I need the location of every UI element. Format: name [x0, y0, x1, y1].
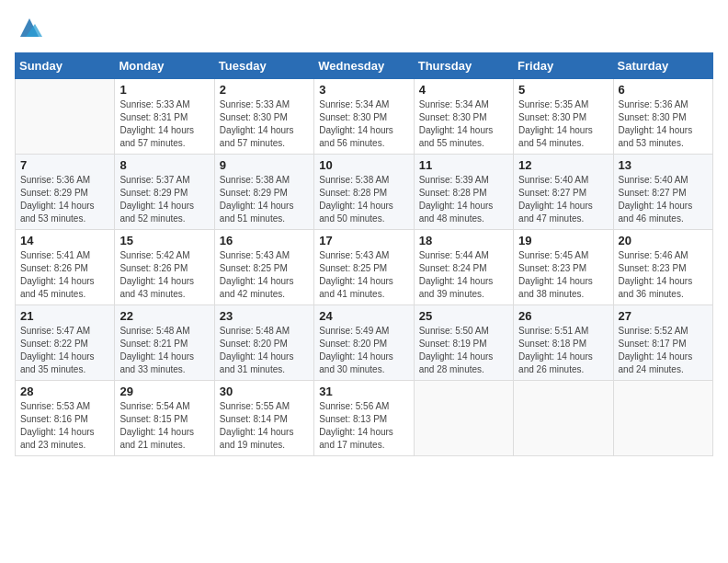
calendar-cell: 11Sunrise: 5:39 AM Sunset: 8:28 PM Dayli…	[414, 155, 513, 230]
day-number: 1	[119, 83, 209, 97]
calendar-cell: 17Sunrise: 5:43 AM Sunset: 8:25 PM Dayli…	[314, 230, 414, 305]
calendar-cell: 3Sunrise: 5:34 AM Sunset: 8:30 PM Daylig…	[314, 79, 414, 155]
logo	[15, 15, 42, 45]
day-number: 5	[518, 83, 608, 97]
day-info: Sunrise: 5:56 AM Sunset: 8:13 PM Dayligh…	[319, 400, 408, 452]
day-number: 27	[619, 309, 708, 323]
day-number: 13	[619, 158, 708, 172]
calendar-cell: 27Sunrise: 5:52 AM Sunset: 8:17 PM Dayli…	[613, 305, 712, 381]
day-number: 18	[419, 234, 508, 247]
calendar-cell: 4Sunrise: 5:34 AM Sunset: 8:30 PM Daylig…	[414, 79, 513, 155]
day-info: Sunrise: 5:54 AM Sunset: 8:15 PM Dayligh…	[119, 400, 209, 452]
calendar-cell: 24Sunrise: 5:49 AM Sunset: 8:20 PM Dayli…	[314, 305, 414, 381]
day-number: 6	[619, 83, 708, 97]
day-info: Sunrise: 5:38 AM Sunset: 8:28 PM Dayligh…	[319, 174, 408, 225]
day-info: Sunrise: 5:46 AM Sunset: 8:23 PM Dayligh…	[619, 249, 708, 301]
day-info: Sunrise: 5:36 AM Sunset: 8:30 PM Dayligh…	[619, 98, 708, 150]
day-number: 26	[518, 309, 608, 323]
day-number: 19	[518, 234, 608, 247]
day-info: Sunrise: 5:44 AM Sunset: 8:24 PM Dayligh…	[419, 249, 508, 301]
calendar: SundayMondayTuesdayWednesdayThursdayFrid…	[15, 52, 713, 456]
calendar-cell: 10Sunrise: 5:38 AM Sunset: 8:28 PM Dayli…	[314, 155, 414, 230]
day-number: 22	[119, 309, 209, 323]
calendar-cell	[16, 79, 115, 155]
calendar-cell: 19Sunrise: 5:45 AM Sunset: 8:23 PM Dayli…	[514, 230, 613, 305]
calendar-cell: 8Sunrise: 5:37 AM Sunset: 8:29 PM Daylig…	[115, 155, 214, 230]
calendar-cell: 1Sunrise: 5:33 AM Sunset: 8:31 PM Daylig…	[115, 79, 214, 155]
column-header-saturday: Saturday	[613, 53, 712, 79]
day-number: 30	[220, 385, 309, 398]
day-info: Sunrise: 5:34 AM Sunset: 8:30 PM Dayligh…	[419, 98, 508, 150]
calendar-cell: 25Sunrise: 5:50 AM Sunset: 8:19 PM Dayli…	[414, 305, 513, 381]
logo-icon	[17, 15, 42, 40]
day-info: Sunrise: 5:47 AM Sunset: 8:22 PM Dayligh…	[20, 325, 109, 376]
day-number: 3	[319, 83, 408, 97]
calendar-cell: 12Sunrise: 5:40 AM Sunset: 8:27 PM Dayli…	[514, 155, 613, 230]
day-number: 24	[319, 309, 408, 323]
day-number: 7	[20, 158, 109, 172]
day-info: Sunrise: 5:43 AM Sunset: 8:25 PM Dayligh…	[319, 249, 408, 301]
calendar-cell	[514, 381, 613, 456]
day-number: 11	[419, 158, 508, 172]
calendar-cell: 20Sunrise: 5:46 AM Sunset: 8:23 PM Dayli…	[613, 230, 712, 305]
day-number: 16	[220, 234, 309, 247]
day-number: 10	[319, 158, 408, 172]
day-info: Sunrise: 5:45 AM Sunset: 8:23 PM Dayligh…	[518, 249, 608, 301]
day-number: 23	[220, 309, 309, 323]
day-info: Sunrise: 5:39 AM Sunset: 8:28 PM Dayligh…	[419, 174, 508, 225]
day-info: Sunrise: 5:48 AM Sunset: 8:20 PM Dayligh…	[220, 325, 309, 376]
calendar-cell: 7Sunrise: 5:36 AM Sunset: 8:29 PM Daylig…	[16, 155, 115, 230]
day-info: Sunrise: 5:36 AM Sunset: 8:29 PM Dayligh…	[20, 174, 109, 225]
day-info: Sunrise: 5:43 AM Sunset: 8:25 PM Dayligh…	[220, 249, 309, 301]
day-info: Sunrise: 5:53 AM Sunset: 8:16 PM Dayligh…	[20, 400, 109, 452]
column-header-tuesday: Tuesday	[214, 53, 313, 79]
day-info: Sunrise: 5:51 AM Sunset: 8:18 PM Dayligh…	[518, 325, 608, 376]
calendar-week-3: 14Sunrise: 5:41 AM Sunset: 8:26 PM Dayli…	[16, 230, 713, 305]
day-number: 4	[419, 83, 508, 97]
day-info: Sunrise: 5:33 AM Sunset: 8:31 PM Dayligh…	[119, 98, 209, 150]
calendar-cell: 9Sunrise: 5:38 AM Sunset: 8:29 PM Daylig…	[214, 155, 313, 230]
calendar-cell: 31Sunrise: 5:56 AM Sunset: 8:13 PM Dayli…	[314, 381, 414, 456]
calendar-cell: 28Sunrise: 5:53 AM Sunset: 8:16 PM Dayli…	[16, 381, 115, 456]
day-info: Sunrise: 5:38 AM Sunset: 8:29 PM Dayligh…	[220, 174, 309, 225]
day-info: Sunrise: 5:42 AM Sunset: 8:26 PM Dayligh…	[119, 249, 209, 301]
calendar-cell: 13Sunrise: 5:40 AM Sunset: 8:27 PM Dayli…	[613, 155, 712, 230]
calendar-cell: 16Sunrise: 5:43 AM Sunset: 8:25 PM Dayli…	[214, 230, 313, 305]
day-info: Sunrise: 5:34 AM Sunset: 8:30 PM Dayligh…	[319, 98, 408, 150]
calendar-cell: 2Sunrise: 5:33 AM Sunset: 8:30 PM Daylig…	[214, 79, 313, 155]
day-number: 2	[220, 83, 309, 97]
calendar-week-1: 1Sunrise: 5:33 AM Sunset: 8:31 PM Daylig…	[16, 79, 713, 155]
day-number: 28	[20, 385, 109, 398]
header	[15, 15, 713, 45]
calendar-week-5: 28Sunrise: 5:53 AM Sunset: 8:16 PM Dayli…	[16, 381, 713, 456]
day-info: Sunrise: 5:50 AM Sunset: 8:19 PM Dayligh…	[419, 325, 508, 376]
day-info: Sunrise: 5:49 AM Sunset: 8:20 PM Dayligh…	[319, 325, 408, 376]
day-number: 17	[319, 234, 408, 247]
calendar-week-2: 7Sunrise: 5:36 AM Sunset: 8:29 PM Daylig…	[16, 155, 713, 230]
calendar-cell: 18Sunrise: 5:44 AM Sunset: 8:24 PM Dayli…	[414, 230, 513, 305]
calendar-cell: 14Sunrise: 5:41 AM Sunset: 8:26 PM Dayli…	[16, 230, 115, 305]
calendar-cell: 22Sunrise: 5:48 AM Sunset: 8:21 PM Dayli…	[115, 305, 214, 381]
calendar-cell: 29Sunrise: 5:54 AM Sunset: 8:15 PM Dayli…	[115, 381, 214, 456]
column-header-thursday: Thursday	[414, 53, 513, 79]
calendar-cell: 6Sunrise: 5:36 AM Sunset: 8:30 PM Daylig…	[613, 79, 712, 155]
calendar-cell: 21Sunrise: 5:47 AM Sunset: 8:22 PM Dayli…	[16, 305, 115, 381]
day-info: Sunrise: 5:35 AM Sunset: 8:30 PM Dayligh…	[518, 98, 608, 150]
day-info: Sunrise: 5:37 AM Sunset: 8:29 PM Dayligh…	[119, 174, 209, 225]
column-header-sunday: Sunday	[16, 53, 115, 79]
day-number: 8	[119, 158, 209, 172]
day-info: Sunrise: 5:40 AM Sunset: 8:27 PM Dayligh…	[619, 174, 708, 225]
day-number: 15	[119, 234, 209, 247]
day-number: 14	[20, 234, 109, 247]
day-info: Sunrise: 5:33 AM Sunset: 8:30 PM Dayligh…	[220, 98, 309, 150]
day-number: 21	[20, 309, 109, 323]
day-number: 20	[619, 234, 708, 247]
day-number: 12	[518, 158, 608, 172]
day-number: 25	[419, 309, 508, 323]
calendar-body: 1Sunrise: 5:33 AM Sunset: 8:31 PM Daylig…	[16, 79, 713, 456]
column-header-monday: Monday	[115, 53, 214, 79]
day-number: 31	[319, 385, 408, 398]
day-number: 9	[220, 158, 309, 172]
calendar-header-row: SundayMondayTuesdayWednesdayThursdayFrid…	[16, 53, 713, 79]
calendar-cell: 26Sunrise: 5:51 AM Sunset: 8:18 PM Dayli…	[514, 305, 613, 381]
